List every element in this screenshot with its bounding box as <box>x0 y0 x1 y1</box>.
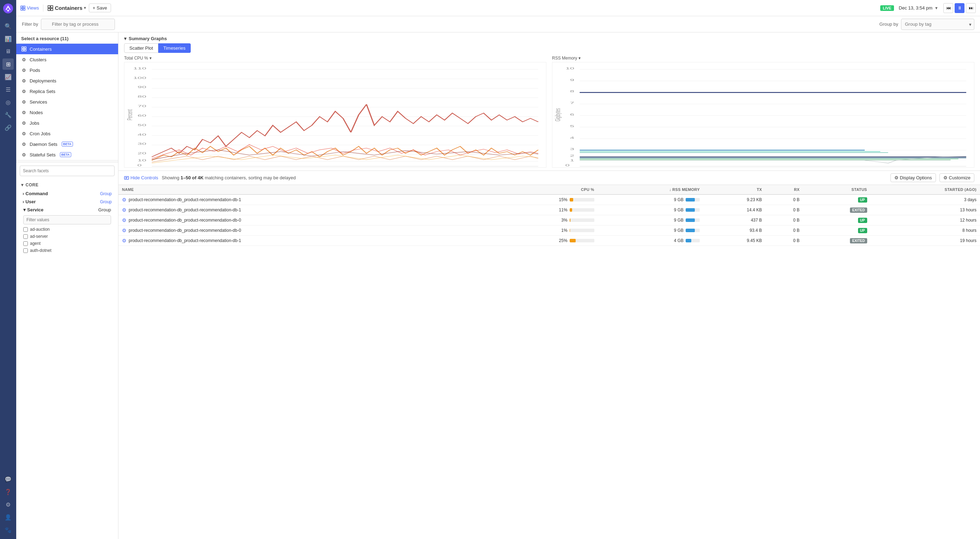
service-item-ad-server[interactable]: ad-server <box>23 233 111 240</box>
cpu-chart-chevron[interactable]: ▾ <box>150 55 151 60</box>
nav-apm[interactable]: 📈 <box>2 71 14 82</box>
sidebar-item-pods[interactable]: ⚙ Pods <box>16 65 118 75</box>
customize-button[interactable]: ⚙ Customize <box>939 173 974 182</box>
nav-chat[interactable]: 💬 <box>2 474 14 485</box>
filter-input[interactable] <box>41 19 115 30</box>
cell-started: 3 days <box>871 195 980 205</box>
table-row[interactable]: ⚙ product-recommendation-db_product-reco… <box>118 205 980 215</box>
filter-wrapper: 🔍 <box>41 19 873 30</box>
tab-scatter-plot[interactable]: Scatter Plot <box>124 43 158 53</box>
col-rx[interactable]: RX <box>765 185 803 195</box>
svg-point-1 <box>7 10 9 12</box>
fastforward-button[interactable]: ⏭ <box>966 3 976 13</box>
cell-mem: 9 GB <box>598 195 703 205</box>
rewind-button[interactable]: ⏮ <box>943 3 953 13</box>
nav-help[interactable]: ❓ <box>2 486 14 498</box>
sidebar-label-stateful-sets: Stateful Sets <box>30 152 56 157</box>
main-content: Views Containers ▾ + Save LIVE Dec 13, 3… <box>16 0 980 539</box>
col-rss[interactable]: ↓RSS MEMORY <box>598 185 703 195</box>
rss-chart: RSS Memory ▾ 10 9 8 7 6 5 <box>552 55 974 168</box>
service-checkbox-ad-auction[interactable] <box>23 227 28 232</box>
cell-tx: 9.23 KB <box>703 195 765 205</box>
sidebar-item-jobs[interactable]: ⚙ Jobs <box>16 118 118 128</box>
table-row[interactable]: ⚙ product-recommendation-db_product-reco… <box>118 225 980 236</box>
service-checkbox-auth-dotnet[interactable] <box>23 248 28 253</box>
sidebar-item-services[interactable]: ⚙ Services <box>16 97 118 107</box>
showing-text: Showing 1–50 of 4K matching containers, … <box>162 175 887 181</box>
cell-started: 12 hours <box>871 215 980 225</box>
summary-section: ▾ Summary Graphs Scatter Plot Timeseries… <box>118 32 980 171</box>
cell-started: 8 hours <box>871 225 980 236</box>
sidebar-item-daemon-sets[interactable]: ⚙ Daemon Sets BETA <box>16 139 118 149</box>
command-group[interactable]: Group <box>100 191 112 196</box>
nav-links[interactable]: 🔗 <box>2 122 14 133</box>
nav-logs[interactable]: ☰ <box>2 84 14 95</box>
nav-containers[interactable]: ⊞ <box>2 59 14 70</box>
nav-integrations[interactable]: 🔧 <box>2 109 14 120</box>
containers-chevron: ▾ <box>84 6 86 10</box>
logo[interactable] <box>2 3 14 14</box>
service-checkbox-ad-server[interactable] <box>23 234 28 239</box>
sidebar-label-clusters: Clusters <box>30 57 46 62</box>
containers-selector[interactable]: Containers ▾ <box>48 5 86 11</box>
groupby-wrapper: ▾ <box>901 19 974 30</box>
svg-text:15:40: 15:40 <box>622 166 640 167</box>
sidebar-item-cron-jobs[interactable]: ⚙ Cron Jobs <box>16 128 118 139</box>
col-status[interactable]: STATUS <box>803 185 870 195</box>
nav-users[interactable]: 👤 <box>2 512 14 523</box>
service-header[interactable]: ▾ Service Group <box>23 206 111 214</box>
nav-infrastructure[interactable]: 🖥 <box>2 46 14 57</box>
cell-name: ⚙ product-recommendation-db_product-reco… <box>118 205 473 215</box>
sidebar-item-replica-sets[interactable]: ⚙ Replica Sets <box>16 86 118 97</box>
rss-chart-svg: 10 9 8 7 6 5 4 3 2 1 0 <box>552 62 974 167</box>
filter-label: Filter by <box>22 22 38 27</box>
service-item-auth-dotnet[interactable]: auth-dotnet <box>23 247 111 254</box>
sidebar-item-containers[interactable]: Containers <box>16 44 118 54</box>
table-row[interactable]: ⚙ product-recommendation-db_product-reco… <box>118 195 980 205</box>
service-checkbox-agent[interactable] <box>23 241 28 246</box>
display-options-button[interactable]: ⚙ Display Options <box>891 173 936 182</box>
col-name[interactable]: NAME <box>118 185 473 195</box>
table-scroll[interactable]: NAME CPU % ↓RSS MEMORY TX RX STATUS STAR… <box>118 185 980 539</box>
pause-button[interactable]: ⏸ <box>955 3 964 13</box>
service-group[interactable]: Group <box>99 207 111 212</box>
facet-command[interactable]: › Command Group <box>20 190 115 198</box>
time-chevron[interactable]: ▾ <box>935 5 938 11</box>
service-item-ad-auction[interactable]: ad-auction <box>23 226 111 233</box>
hide-controls-button[interactable]: Hide Controls <box>124 175 158 181</box>
col-tx[interactable]: TX <box>703 185 765 195</box>
nav-settings[interactable]: ⚙ <box>2 499 14 510</box>
core-header[interactable]: ▾ CORE <box>20 181 115 190</box>
facet-user[interactable]: › User Group <box>20 198 115 206</box>
core-chevron: ▾ <box>21 182 24 187</box>
nav-user-avatar[interactable]: 🐾 <box>2 524 14 536</box>
sidebar-item-nodes[interactable]: ⚙ Nodes <box>16 107 118 118</box>
col-cpu[interactable]: CPU % <box>473 185 598 195</box>
table-row[interactable]: ⚙ product-recommendation-db_product-reco… <box>118 215 980 225</box>
sidebar-label-containers: Containers <box>30 46 52 52</box>
summary-header[interactable]: ▾ Summary Graphs <box>118 32 980 43</box>
nav-search[interactable]: 🔍 <box>2 21 14 32</box>
service-filter-input[interactable] <box>23 215 111 224</box>
cpu-bar-bg <box>570 208 594 212</box>
tab-timeseries[interactable]: Timeseries <box>158 43 191 53</box>
facets-search-input[interactable] <box>20 166 115 176</box>
cell-mem: 9 GB <box>598 225 703 236</box>
sidebar-item-clusters[interactable]: ⚙ Clusters <box>16 54 118 65</box>
rss-chart-chevron[interactable]: ▾ <box>579 55 581 60</box>
col-started[interactable]: STARTED (AGO) <box>871 185 980 195</box>
user-group[interactable]: Group <box>100 200 112 205</box>
jobs-icon: ⚙ <box>21 120 27 126</box>
sidebar-item-deployments[interactable]: ⚙ Deployments <box>16 75 118 86</box>
sidebar-item-stateful-sets[interactable]: ⚙ Stateful Sets BETA <box>16 149 118 160</box>
views-link[interactable]: Views <box>21 5 39 11</box>
views-icon <box>21 6 25 11</box>
nav-dashboards[interactable]: 📊 <box>2 33 14 44</box>
containers-grid-icon <box>21 46 27 52</box>
service-item-agent[interactable]: agent <box>23 240 111 247</box>
svg-text:30: 30 <box>137 142 146 146</box>
save-button[interactable]: + Save <box>89 3 111 12</box>
groupby-input[interactable] <box>901 19 974 30</box>
table-row[interactable]: ⚙ product-recommendation-db_product-reco… <box>118 236 980 246</box>
nav-synthetics[interactable]: ◎ <box>2 97 14 108</box>
